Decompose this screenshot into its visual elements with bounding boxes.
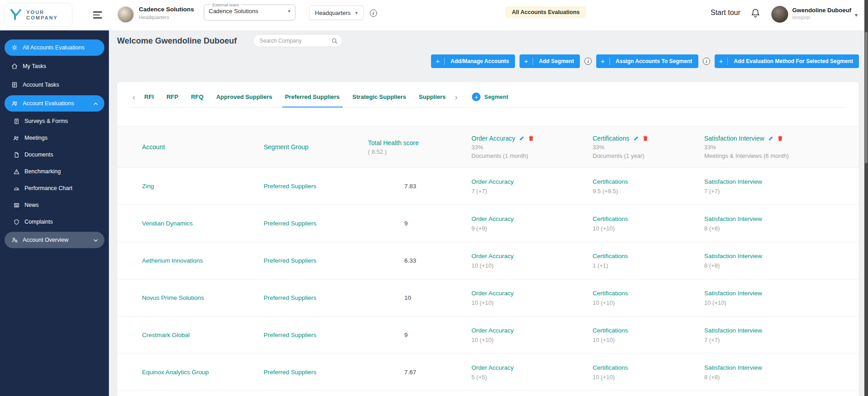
segment-tabs: ‹ RFI RFP RFQ Approved Suppliers Preferr… — [130, 87, 846, 108]
user-avatar[interactable] — [771, 6, 788, 23]
health-score-value: 9 — [368, 220, 467, 227]
sidebar-item-label: Surveys & Forms — [25, 118, 68, 124]
metric-label: Satisfaction Interview — [704, 327, 854, 334]
page-context-badge: All Accounts Evaluations — [505, 6, 586, 18]
sidebar-item-label: News — [25, 202, 39, 208]
location-dropdown[interactable]: Headquarters ▾ — [309, 5, 363, 20]
tab-approved-suppliers[interactable]: Approved Suppliers — [213, 87, 275, 107]
tabs-scroll-right-icon[interactable]: › — [452, 93, 460, 101]
add-segment-button[interactable]: + Add Segment — [520, 54, 580, 68]
sidebar: All Accounts Evaluations My Tasks Accoun… — [0, 30, 109, 396]
external-team-value: Cadence Solutions — [209, 8, 258, 15]
user-menu-chevron-icon[interactable]: ▾ — [855, 12, 858, 18]
search-input[interactable] — [253, 34, 343, 47]
tab-strategic-suppliers[interactable]: Strategic Suppliers — [350, 87, 409, 107]
info-icon[interactable]: i — [584, 58, 592, 65]
add-evaluation-method-button[interactable]: + Add Evaluation Method For Selected Seg… — [715, 54, 859, 68]
sidebar-item-my-tasks[interactable]: My Tasks — [5, 58, 104, 74]
sidebar-item-label: All Accounts Evaluations — [23, 44, 84, 51]
metric-label: Order Accuracy — [471, 327, 588, 334]
vertical-scrollbar[interactable] — [864, 0, 868, 396]
tab-preferred-suppliers[interactable]: Preferred Suppliers — [282, 87, 343, 107]
metric-label: Order Accuracy — [471, 215, 588, 222]
sidebar-item-label: Performance Chart — [25, 185, 73, 191]
sidebar-item-complaints[interactable]: Complaints — [5, 215, 104, 229]
edit-icon[interactable] — [519, 136, 525, 141]
people-icon — [11, 100, 18, 107]
tabs-scroll-left-icon[interactable]: ‹ — [130, 93, 138, 101]
tab-rfq[interactable]: RFQ — [188, 87, 206, 107]
metric-method: Documents (1 year) — [593, 152, 700, 159]
sidebar-item-account-tasks[interactable]: Account Tasks — [5, 77, 104, 93]
delete-icon[interactable] — [778, 136, 783, 141]
search-icon[interactable] — [332, 38, 338, 46]
tab-rfp[interactable]: RFP — [164, 87, 181, 107]
metric-label: Order Accuracy — [471, 253, 588, 259]
add-manage-accounts-button[interactable]: + Add/Manage Accounts — [431, 54, 515, 68]
table-row: Aetherium Innovations Preferred Supplier… — [117, 242, 859, 279]
column-header-metric: Order Accuracy — [471, 135, 515, 142]
metric-label: Satisfaction Interview — [704, 253, 854, 259]
start-tour-link[interactable]: Start tour — [711, 9, 740, 17]
sidebar-item-documents[interactable]: Documents — [5, 147, 104, 162]
account-link[interactable]: Crestmark Global — [142, 332, 259, 338]
column-header-metric: Certifications — [593, 135, 629, 142]
account-link[interactable]: Aetherium Innovations — [142, 257, 259, 264]
segments-card: ‹ RFI RFP RFQ Approved Suppliers Preferr… — [117, 82, 859, 396]
external-team-select[interactable]: External team Cadence Solutions ▾ — [204, 2, 295, 20]
account-search-icon — [11, 236, 18, 244]
plus-circle-icon: + — [472, 93, 481, 101]
sidebar-item-surveys-forms[interactable]: Surveys & Forms — [5, 114, 104, 128]
column-header-metric: Satisfaction Interview — [704, 135, 764, 142]
metric-score: 7 (+7) — [471, 188, 588, 195]
delete-icon[interactable] — [529, 136, 534, 141]
meetings-icon — [13, 134, 20, 142]
edit-icon[interactable] — [633, 136, 639, 141]
metric-score: 10 (+10) — [593, 299, 700, 306]
user-subtitle: lesegsqs — [792, 15, 851, 20]
home-icon — [11, 63, 18, 70]
bell-icon[interactable] — [751, 8, 760, 20]
chevron-up-icon — [93, 100, 98, 107]
account-link[interactable]: Veridian Dynamics — [142, 220, 259, 227]
info-icon[interactable]: i — [703, 58, 710, 65]
account-link[interactable]: Novus Prime Solutions — [142, 294, 259, 301]
main-content: Welcome Gwendoline Duboeuf + Add/Manage … — [109, 30, 864, 396]
assign-accounts-to-segment-button[interactable]: + Assign Accounts To Segment — [596, 54, 698, 68]
metric-label: Certifications — [593, 215, 700, 222]
column-header-total-health: Total Health score — [368, 139, 467, 147]
metric-label: Satisfaction Interview — [704, 178, 854, 185]
add-segment-tab-button[interactable]: + Segment — [472, 93, 508, 101]
sidebar-item-account-evaluations[interactable]: Account Evaluations — [5, 95, 104, 112]
metric-method: Documents (1 month) — [471, 152, 588, 159]
hamburger-menu-icon[interactable] — [93, 11, 103, 20]
table-header: Account Segment Group Total Health score… — [117, 126, 859, 168]
health-score-value: 7.67 — [368, 369, 467, 376]
plus-icon: + — [596, 58, 610, 65]
tab-rfi[interactable]: RFI — [142, 87, 157, 107]
sidebar-item-label: Documents — [25, 152, 53, 158]
account-link[interactable]: Zing — [142, 183, 259, 190]
account-link[interactable]: Equinox Analytics Group — [142, 369, 259, 376]
sidebar-item-performance-chart[interactable]: Performance Chart — [5, 181, 104, 196]
info-icon[interactable]: i — [370, 10, 377, 17]
metric-weight: 33% — [704, 144, 854, 151]
metric-label: Certifications — [593, 178, 700, 185]
tab-suppliers[interactable]: Suppliers — [416, 87, 448, 107]
sidebar-item-meetings[interactable]: Meetings — [5, 131, 104, 145]
sidebar-item-account-overview[interactable]: Account Overview — [5, 232, 104, 248]
org-name: Cadence Solutions — [139, 6, 194, 13]
sidebar-item-label: Complaints — [25, 219, 53, 225]
scrollbar-thumb[interactable] — [865, 32, 868, 163]
chevron-down-icon: ▾ — [288, 8, 290, 14]
sidebar-item-all-accounts-evaluations[interactable]: All Accounts Evaluations — [5, 39, 104, 56]
segment-group-value: Preferred Suppliers — [264, 257, 363, 264]
sidebar-item-benchmarking[interactable]: Benchmarking — [5, 164, 104, 179]
edit-icon[interactable] — [768, 136, 774, 141]
location-value: Headquarters — [315, 10, 351, 16]
sidebar-item-news[interactable]: News — [5, 198, 104, 212]
top-bar: YOUR COMPANY Cadence Solutions Headquart… — [0, 0, 868, 30]
metric-score: 10 (+10) — [704, 299, 854, 306]
metric-score: 9.5 (+9.5) — [593, 188, 700, 195]
delete-icon[interactable] — [643, 136, 648, 141]
